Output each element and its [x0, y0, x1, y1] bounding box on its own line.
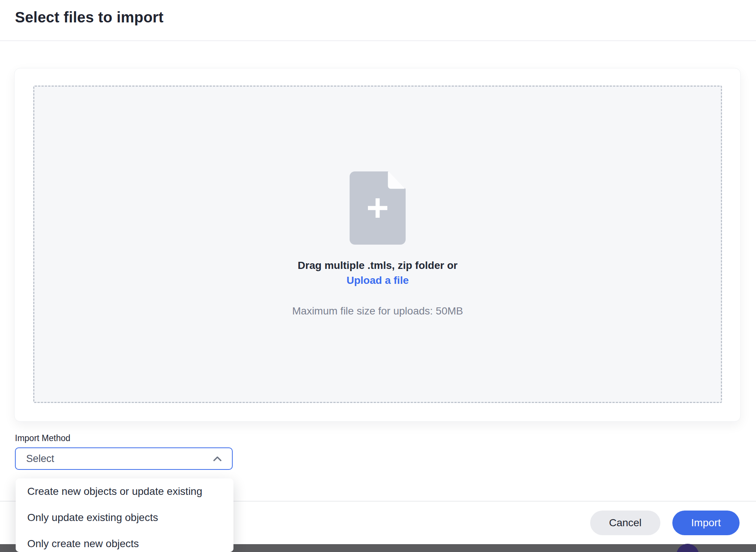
file-dropzone[interactable]: Drag multiple .tmls, zip folder or Uploa…	[33, 86, 722, 403]
dialog-header: Select files to import	[0, 0, 756, 41]
option-only-create[interactable]: Only create new objects	[16, 531, 233, 552]
chevron-up-icon	[213, 456, 221, 461]
import-method-select[interactable]: Select	[15, 447, 233, 470]
option-create-or-update[interactable]: Create new objects or update existing	[16, 478, 233, 505]
import-method-dropdown: Create new objects or update existing On…	[16, 478, 233, 552]
option-only-update[interactable]: Only update existing objects	[16, 505, 233, 531]
import-method-label: Import Method	[15, 433, 233, 443]
file-plus-icon	[350, 171, 406, 245]
page-title: Select files to import	[0, 0, 756, 26]
upload-file-link[interactable]: Upload a file	[347, 273, 409, 288]
dropzone-instruction: Drag multiple .tmls, zip folder or	[298, 258, 458, 273]
import-button[interactable]: Import	[672, 511, 740, 535]
import-method-section: Import Method Select	[15, 433, 233, 470]
upload-card: Drag multiple .tmls, zip folder or Uploa…	[14, 68, 741, 422]
cancel-button[interactable]: Cancel	[590, 511, 660, 535]
max-file-size-note: Maximum file size for uploads: 50MB	[292, 305, 463, 317]
select-value: Select	[26, 453, 213, 465]
